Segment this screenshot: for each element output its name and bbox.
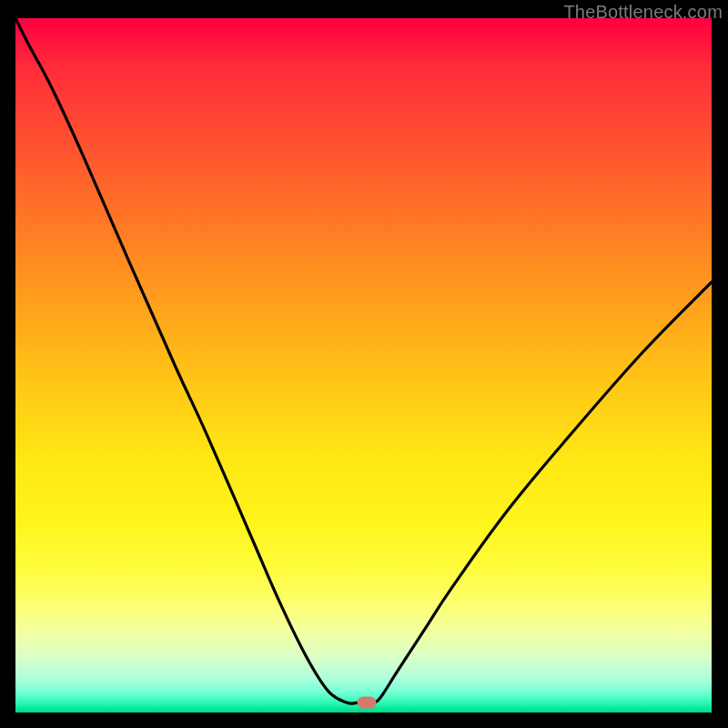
chart-frame: TheBottleneck.com [0,0,728,728]
watermark-text: TheBottleneck.com [563,2,723,23]
bottleneck-curve [15,18,712,713]
optimal-marker [358,697,377,709]
plot-area [15,18,712,713]
